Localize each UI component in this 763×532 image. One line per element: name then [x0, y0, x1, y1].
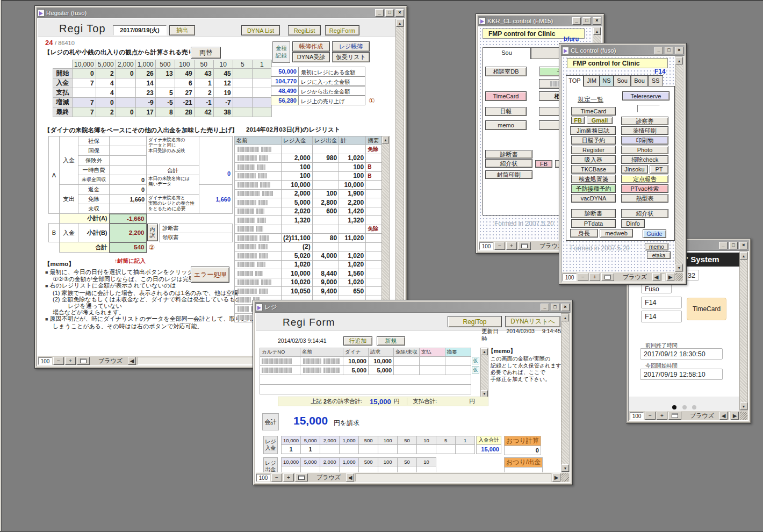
hscroll-track[interactable]	[729, 412, 730, 420]
cash-denom-value[interactable]	[398, 445, 417, 454]
hscroll-track[interactable]	[355, 473, 551, 481]
hscroll-left-icon[interactable]: ◀	[346, 473, 354, 481]
titlebar-cl[interactable]: CL control (fuso) _ □ ×	[561, 45, 685, 55]
cash-denom-value[interactable]	[378, 445, 398, 454]
tab-ns[interactable]: NS	[600, 75, 614, 87]
maximize-icon[interactable]: □	[385, 9, 394, 17]
etaka-button[interactable]: etaka	[647, 251, 671, 259]
zoom-in-icon[interactable]: +	[657, 412, 667, 420]
zoom-in-icon[interactable]: +	[283, 473, 294, 481]
dyna-list-button[interactable]: DYNA List	[241, 25, 280, 35]
resize-grip[interactable]	[562, 473, 569, 481]
cash-denom-value[interactable]	[340, 466, 359, 473]
cl-button-register[interactable]: Register	[571, 146, 616, 154]
zoom-out-icon[interactable]: −	[645, 412, 656, 420]
layout-mode-icon[interactable]	[518, 242, 531, 250]
dot-icon[interactable]	[692, 405, 696, 409]
close-icon[interactable]: ×	[395, 9, 404, 17]
scroll-up-icon[interactable]: ▲	[382, 136, 389, 143]
page-dots[interactable]	[629, 397, 739, 411]
zoom-level[interactable]: 100	[38, 357, 52, 365]
dyna-jushin-button[interactable]: DYNA受診	[292, 52, 330, 62]
cash-denom-value[interactable]	[301, 466, 320, 473]
tab-jim[interactable]: JIM	[584, 75, 600, 87]
minimize-icon[interactable]: _	[541, 304, 549, 311]
ledger-create-button[interactable]: 帳簿作成	[292, 41, 330, 52]
kkr-button-TimeCard[interactable]: TimeCard	[485, 91, 527, 101]
f14-field-2[interactable]: F14	[641, 311, 682, 322]
kkr-button-日報[interactable]: 日報	[485, 107, 527, 116]
hscroll-left-icon[interactable]: ◀	[719, 412, 728, 420]
zoom-level[interactable]: 100	[479, 242, 493, 250]
hscroll-right-icon[interactable]: ▶	[731, 412, 739, 420]
cash-denom-value[interactable]	[417, 445, 436, 454]
hscroll-right-icon[interactable]: ▶	[666, 273, 674, 281]
cash-denom-value[interactable]	[320, 445, 340, 454]
titlebar-register[interactable]: Register (fuso) _ □ ×	[37, 8, 405, 18]
cl-button-tkcbase[interactable]: TKCBase	[571, 165, 616, 174]
kkr-button-封筒印刷[interactable]: 封筒印刷	[485, 170, 532, 179]
zoom-out-icon[interactable]: −	[271, 473, 282, 481]
scroll-down-icon[interactable]: ▼	[740, 402, 747, 410]
dot-icon[interactable]	[682, 405, 687, 409]
zoom-level[interactable]: 100	[256, 474, 270, 481]
kkr-button-相談室DB[interactable]: 相談室DB	[485, 67, 527, 76]
cl-button-身長[interactable]: 身長	[570, 229, 598, 238]
zoom-in-icon[interactable]: +	[65, 357, 76, 365]
minimize-icon[interactable]: _	[375, 9, 384, 17]
zoom-out-icon[interactable]: −	[494, 242, 505, 250]
cl-button-guide[interactable]: Guide	[643, 229, 666, 238]
cl-button-診断書[interactable]: 診断書	[571, 209, 616, 218]
scroll-up-icon[interactable]: ▲	[675, 57, 683, 64]
maximize-icon[interactable]: □	[582, 17, 591, 25]
kariuke-list-button[interactable]: 仮受リスト	[332, 52, 370, 62]
cl-button-薬情印刷[interactable]: 薬情印刷	[621, 126, 668, 135]
rows-scrollbar[interactable]: ▲ ▼	[480, 348, 488, 398]
cl-button-掃除check[interactable]: 掃除check	[621, 155, 668, 164]
vertical-scrollbar[interactable]: ▲ ▼	[675, 56, 683, 272]
scroll-up-icon[interactable]: ▲	[481, 348, 488, 355]
regi-list-button[interactable]: RegiList	[288, 25, 321, 35]
cl-button-timecard[interactable]: TimeCard	[571, 107, 616, 116]
close-icon[interactable]: ×	[739, 242, 748, 249]
cl-button-吸入器[interactable]: 吸入器	[571, 155, 616, 164]
hscroll-left-icon[interactable]: ◀	[128, 357, 136, 365]
cash-denom-value[interactable]: 1	[282, 445, 301, 454]
kkr-button-紹介状[interactable]: 紹介状	[485, 159, 532, 168]
cl-button-pt[interactable]: PT	[650, 165, 668, 174]
cl-button-fb[interactable]: FB	[571, 117, 585, 124]
cash-denom-value[interactable]	[456, 445, 475, 454]
cl-button-medweb[interactable]: medweb	[600, 229, 633, 238]
cl-button-ptdata[interactable]: PTdata	[571, 219, 616, 228]
cur-start-time[interactable]: 2017/09/19 12:58:10	[640, 369, 723, 380]
minimize-icon[interactable]: _	[719, 242, 728, 249]
kkr-button-診断書[interactable]: 診断書	[485, 150, 532, 159]
vertical-scrollbar[interactable]: ▲ ▼	[561, 313, 570, 472]
cl-button-熱型表[interactable]: 熱型表	[621, 194, 668, 203]
cl-button-予防接種予約[interactable]: 予防接種予約	[571, 184, 616, 193]
minimize-icon[interactable]: _	[654, 47, 663, 54]
cl-button-dinfo[interactable]: Dinfo	[621, 219, 645, 228]
cash-denom-value[interactable]	[359, 445, 378, 454]
scroll-up-icon[interactable]: ▲	[396, 19, 404, 27]
zoom-level[interactable]: 100	[630, 412, 644, 420]
uchiwake-button[interactable]: 内 訳	[147, 224, 158, 241]
layout-mode-icon[interactable]	[601, 273, 614, 281]
cash-denom-value[interactable]: 1	[301, 445, 320, 454]
maximize-icon[interactable]: □	[665, 47, 673, 54]
cl-button-gmail[interactable]: Gmail	[587, 117, 613, 124]
cl-button-紹介状[interactable]: 紹介状	[621, 209, 668, 218]
f14-field-1[interactable]: F14	[641, 297, 682, 308]
layout-mode-icon[interactable]	[295, 473, 308, 481]
close-icon[interactable]: ×	[561, 304, 570, 311]
scroll-down-icon[interactable]: ▼	[562, 464, 569, 472]
tab-top[interactable]: TOP	[566, 75, 584, 87]
cl-button-jim業務日誌[interactable]: Jim業務日誌	[570, 126, 616, 135]
cash-denom-value[interactable]	[282, 466, 301, 473]
cl-button-印刷物[interactable]: 印刷物	[621, 136, 668, 145]
zoom-level[interactable]: 100	[563, 274, 577, 281]
exchange-button[interactable]: 両替	[191, 47, 221, 59]
scroll-up-icon[interactable]: ▲	[593, 27, 601, 35]
status-bar[interactable]: 100−+ブラウズ◀▶	[629, 411, 748, 420]
prev-end-time[interactable]: 2017/09/12 18:30:50	[640, 348, 723, 360]
